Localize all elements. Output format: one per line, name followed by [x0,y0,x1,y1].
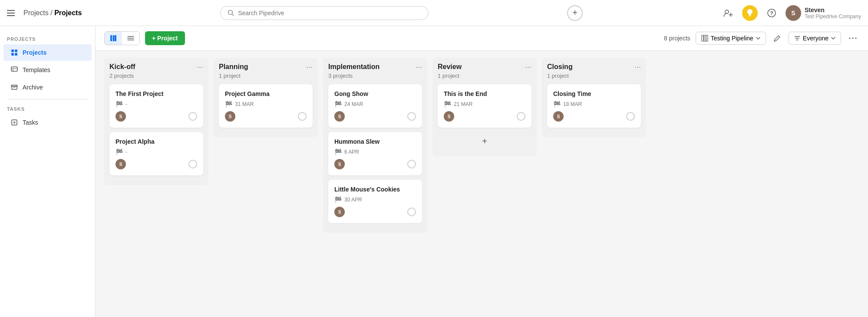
search-icon [228,10,234,17]
tips-icon[interactable] [742,5,758,21]
add-card-button-review[interactable]: + [438,132,531,151]
card-project-alpha[interactable]: Project Alpha 🏁 - S [109,132,203,175]
card-status-circle-closing-time[interactable] [626,112,635,121]
card-meta-hummona-slew: 🏁 6 APR [334,149,416,155]
card-this-is-the-end[interactable]: This is the End 🏁 21 MAR S [438,84,531,128]
card-status-circle-little-mouse[interactable] [407,208,416,216]
card-meta-gong-show: 🏁 24 MAR [334,101,416,108]
card-title-first-project: The First Project [116,90,197,97]
svg-rect-29 [704,35,706,41]
sidebar-item-templates[interactable]: Templates [3,62,92,78]
sidebar-divider [7,99,88,99]
column-title-implementation: Implementation [328,63,380,71]
card-avatar-project-gamma: S [225,111,235,122]
column-more-button-implementation[interactable]: ··· [416,63,422,71]
card-date-project-gamma: 31 MAR [235,101,254,107]
flag-icon-project-gamma: 🏁 [225,101,232,108]
svg-point-34 [849,38,851,39]
column-count-closing: 1 project [547,73,641,79]
avatar-initials: S [791,10,795,17]
column-header-kickoff: Kick-off ··· [109,63,203,71]
search-input[interactable] [238,10,421,17]
card-footer-project-alpha: S [116,159,197,169]
help-icon[interactable]: ? [765,6,779,20]
flag-icon-this-is-the-end: 🏁 [444,101,451,108]
column-planning: Planning ··· 1 project Project Gamma 🏁 3… [214,58,318,137]
column-closing: Closing ··· 1 project Closing Time 🏁 18 … [542,58,646,137]
card-date-little-mouse: 30 APR [344,197,362,203]
card-status-circle-gong-show[interactable] [407,112,416,121]
column-more-button-planning[interactable]: ··· [306,63,313,71]
chevron-down-icon [756,37,760,40]
kanban-view-button[interactable] [105,32,122,45]
card-status-circle-project-gamma[interactable] [298,112,307,121]
sidebar-templates-label: Templates [23,66,50,73]
column-title-closing: Closing [547,63,573,71]
flag-icon-gong-show: 🏁 [334,101,342,108]
svg-point-2 [725,10,729,13]
sidebar: PROJECTS Projects Templates [0,26,96,317]
card-project-gamma[interactable]: Project Gamma 🏁 31 MAR S [219,84,313,128]
card-footer-little-mouse: S [334,207,416,217]
search-bar[interactable] [220,6,429,20]
column-header-review: Review ··· [438,63,531,71]
flag-icon-hummona-slew: 🏁 [334,149,342,155]
view-toggle [104,31,140,45]
svg-rect-11 [11,53,14,56]
column-count-implementation: 3 projects [328,73,422,79]
column-more-button-review[interactable]: ··· [525,63,531,71]
global-add-button[interactable]: + [567,5,583,21]
column-more-button-closing[interactable]: ··· [634,63,641,71]
card-avatar-project-alpha: S [116,159,126,169]
edit-pipeline-button[interactable] [771,32,783,44]
pipeline-icon [701,35,708,42]
menu-icon[interactable] [7,10,15,16]
app-header: Projects / Projects + [0,0,868,26]
column-title-kickoff: Kick-off [109,63,135,71]
list-view-button[interactable] [122,32,139,45]
svg-rect-28 [702,35,703,41]
flag-icon-closing-time: 🏁 [553,101,561,108]
column-more-button-kickoff[interactable]: ··· [197,63,203,71]
sidebar-item-projects[interactable]: Projects [3,44,92,61]
card-title-this-is-the-end: This is the End [444,90,525,97]
column-title-review: Review [438,63,462,71]
header-actions: ? S Steven Test Pipedrive Company [721,5,861,21]
archive-icon [10,83,18,91]
add-project-button[interactable]: + Project [145,31,185,45]
svg-rect-23 [113,35,115,41]
column-header-planning: Planning ··· [219,63,313,71]
card-first-project[interactable]: The First Project 🏁 - S [109,84,203,128]
card-meta-project-alpha: 🏁 - [116,149,197,155]
add-contacts-icon[interactable] [721,6,735,20]
card-status-circle-this-is-the-end[interactable] [517,112,525,121]
card-meta-this-is-the-end: 🏁 21 MAR [444,101,525,108]
svg-rect-24 [115,35,116,41]
user-profile[interactable]: S Steven Test Pipedrive Company [785,5,861,21]
main-layout: PROJECTS Projects Templates [0,26,868,317]
sidebar-item-tasks[interactable]: Tasks [3,114,92,131]
card-footer-hummona-slew: S [334,159,416,169]
card-meta-first-project: 🏁 - [116,101,197,108]
card-little-mouse[interactable]: Little Mouse's Cookies 🏁 30 APR S [328,180,422,223]
card-status-circle-project-alpha[interactable] [188,160,197,168]
card-hummona-slew[interactable]: Hummona Slew 🏁 6 APR S [328,132,422,175]
svg-rect-9 [11,50,14,52]
more-options-button[interactable] [846,35,859,42]
pipeline-selector[interactable]: Testing Pipeline [696,32,766,45]
column-header-implementation: Implementation ··· [328,63,422,71]
card-date-closing-time: 18 MAR [563,101,582,107]
card-avatar-closing-time: S [553,111,564,122]
svg-line-1 [232,14,234,16]
card-status-circle-first-project[interactable] [188,112,197,121]
card-status-circle-hummona-slew[interactable] [407,160,416,168]
card-gong-show[interactable]: Gong Show 🏁 24 MAR S [328,84,422,128]
pipeline-label: Testing Pipeline [711,35,753,42]
filter-everyone-button[interactable]: Everyone [789,32,841,45]
sidebar-item-archive[interactable]: Archive [3,79,92,96]
card-closing-time[interactable]: Closing Time 🏁 18 MAR S [547,84,641,128]
card-footer-this-is-the-end: S [444,111,525,122]
flag-icon-project-alpha: 🏁 [116,149,123,155]
card-avatar-gong-show: S [334,111,345,122]
sidebar-projects-label: Projects [23,49,46,56]
